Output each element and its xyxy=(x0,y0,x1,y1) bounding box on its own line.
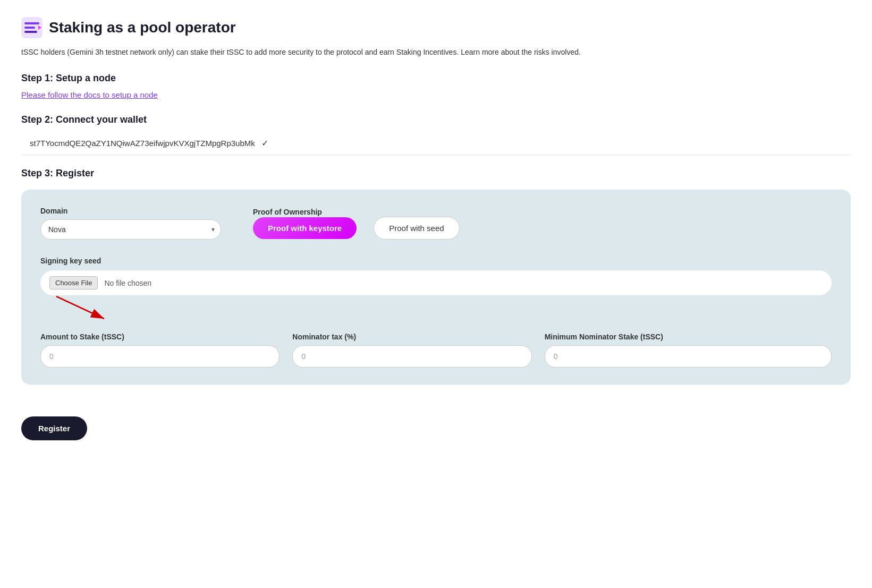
domain-field-group: Domain Nova Gemini Mainnet ▾ xyxy=(40,207,221,240)
wallet-address: st7TYocmdQE2QaZY1NQiwAZ73eifwjpvKVXgjTZM… xyxy=(30,139,255,148)
signing-key-label: Signing key seed xyxy=(40,257,832,265)
proof-keystore-button[interactable]: Proof with keystore xyxy=(253,217,357,239)
amount-input[interactable] xyxy=(40,345,280,368)
checkmark-icon: ✓ xyxy=(261,138,268,148)
proof-seed-button[interactable]: Proof with seed xyxy=(374,217,459,240)
amount-field-group: Amount to Stake (tSSC) xyxy=(40,333,280,368)
arrow-icon xyxy=(40,291,125,323)
card-row-1: Domain Nova Gemini Mainnet ▾ Proof of Ow… xyxy=(40,207,832,240)
page-header: Staking as a pool operator xyxy=(21,17,851,38)
step2-section: Step 2: Connect your wallet xyxy=(21,114,851,125)
min-nominator-label: Minimum Nominator Stake (tSSC) xyxy=(545,333,832,341)
docs-link[interactable]: Please follow the docs to setup a node xyxy=(21,90,158,99)
proof-buttons: Proof with keystore Proof with seed xyxy=(253,217,832,240)
proof-ownership-label: Proof of Ownership xyxy=(253,208,322,216)
svg-line-6 xyxy=(56,296,104,319)
domain-select[interactable]: Nova Gemini Mainnet xyxy=(40,219,221,240)
logo-icon xyxy=(21,17,43,38)
domain-select-wrapper: Nova Gemini Mainnet ▾ xyxy=(40,219,221,240)
no-file-text: No file chosen xyxy=(104,279,151,287)
bottom-section: Register xyxy=(21,406,851,451)
choose-file-button[interactable]: Choose File xyxy=(49,276,98,289)
arrow-indicator xyxy=(40,291,832,318)
card-row-3: Amount to Stake (tSSC) Nominator tax (%)… xyxy=(40,333,832,368)
step3-heading: Step 3: Register xyxy=(21,168,851,179)
nominator-tax-input[interactable] xyxy=(292,345,531,368)
domain-label: Domain xyxy=(40,207,221,215)
step2-heading: Step 2: Connect your wallet xyxy=(21,114,851,125)
proof-ownership-group: Proof of Ownership Proof with keystore P… xyxy=(253,207,832,240)
svg-rect-1 xyxy=(24,22,39,24)
nominator-tax-label: Nominator tax (%) xyxy=(292,333,531,341)
svg-rect-3 xyxy=(24,31,37,33)
signing-key-section: Signing key seed Choose File No file cho… xyxy=(40,257,832,318)
register-card: Domain Nova Gemini Mainnet ▾ Proof of Ow… xyxy=(21,190,851,385)
page-title: Staking as a pool operator xyxy=(49,19,236,36)
wallet-address-row: st7TYocmdQE2QaZY1NQiwAZ73eifwjpvKVXgjTZM… xyxy=(21,132,851,155)
min-nominator-input[interactable] xyxy=(545,345,832,368)
nominator-tax-field-group: Nominator tax (%) xyxy=(292,333,531,368)
step1-heading: Step 1: Setup a node xyxy=(21,73,851,84)
subtitle: tSSC holders (Gemini 3h testnet network … xyxy=(21,47,659,58)
step1-section: Step 1: Setup a node Please follow the d… xyxy=(21,73,851,114)
min-nominator-field-group: Minimum Nominator Stake (tSSC) xyxy=(545,333,832,368)
register-button[interactable]: Register xyxy=(21,416,87,440)
svg-rect-2 xyxy=(24,27,35,29)
amount-label: Amount to Stake (tSSC) xyxy=(40,333,280,341)
